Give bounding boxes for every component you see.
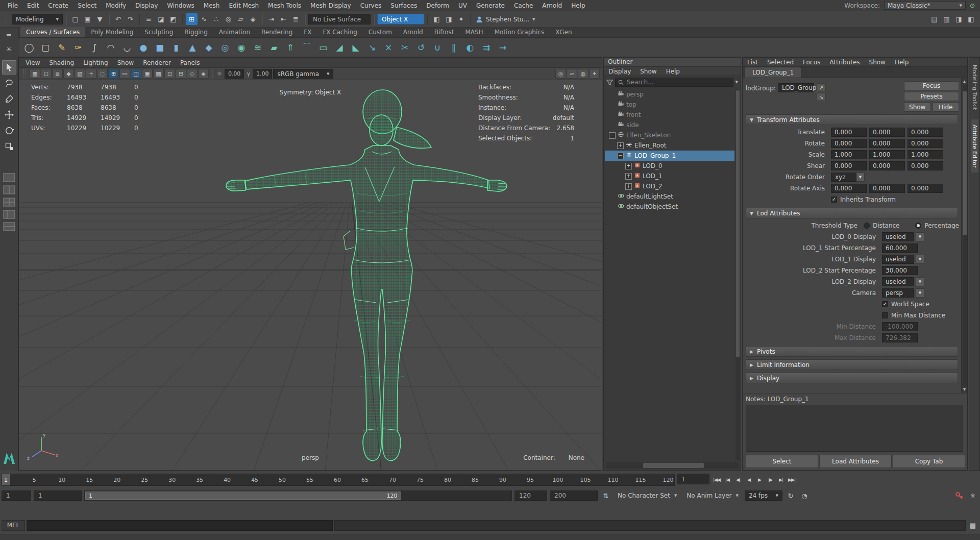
new-scene-icon[interactable]: ▢	[69, 13, 81, 25]
layout-single-pane[interactable]	[3, 173, 16, 183]
timeline-tick[interactable]: 110	[608, 474, 619, 485]
play-backwards-button[interactable]: ◀	[744, 474, 754, 485]
attribute-editor-menu-item[interactable]: Attributes	[825, 58, 864, 66]
menu-item[interactable]: Surfaces	[386, 1, 422, 11]
wireframe-on-shaded-icon[interactable]: ◍	[578, 69, 589, 79]
rotate-axis-x-field[interactable]: 0.000	[831, 184, 867, 193]
outliner-item[interactable]: LOD_0	[605, 161, 734, 171]
lodgroup-name-field[interactable]: LOD_Group_1	[778, 83, 814, 92]
attribute-y-field[interactable]: 0.000	[869, 139, 905, 148]
node-tab[interactable]: LOD_Group_1	[745, 67, 801, 78]
filter-icon[interactable]	[606, 79, 613, 86]
layout-two-panes-side-by-side[interactable]	[3, 185, 16, 195]
menu-item[interactable]: UV	[454, 1, 472, 11]
chevron-down-icon[interactable]: ▼	[916, 255, 924, 264]
attribute-section-header[interactable]: ▶ Display	[746, 373, 958, 383]
timeline-tick[interactable]: 15	[86, 474, 93, 485]
animation-preferences-icon[interactable]: ✳	[967, 490, 978, 501]
menu-item[interactable]: Create	[43, 1, 73, 11]
ipr-render-icon[interactable]: ◨	[443, 13, 455, 25]
outliner-title[interactable]: Outliner	[604, 58, 741, 67]
pencil-curve-tool-icon[interactable]: ✑	[70, 40, 86, 55]
attribute-x-field[interactable]: 0.000	[831, 161, 867, 170]
snap-to-point-icon[interactable]: ∴	[210, 13, 222, 25]
outliner-item[interactable]: LOD_Group_1	[605, 151, 734, 161]
oversampling-icon[interactable]: ◌	[97, 69, 108, 79]
shelf-tab[interactable]: Motion Graphics	[489, 27, 550, 37]
expand-toggle-icon[interactable]	[609, 91, 616, 98]
shelf-tab[interactable]: Bifrost	[429, 27, 460, 37]
playback-loop-icon[interactable]: ↻	[785, 490, 796, 501]
camera-attributes-icon[interactable]: ≣	[52, 69, 63, 79]
bezier-curve-tool-icon[interactable]: ∫	[87, 40, 102, 55]
gamma-field[interactable]: 1.00	[253, 69, 273, 79]
menu-item[interactable]: Generate	[472, 1, 509, 11]
shelf-tab[interactable]: Curves / Surfaces	[20, 27, 85, 37]
menu-item[interactable]: Edit Mesh	[224, 1, 263, 11]
menu-item[interactable]: Help	[567, 1, 590, 11]
gate-mask-icon[interactable]: ▣	[142, 69, 153, 79]
lasso-tool[interactable]	[2, 76, 16, 90]
make-live-icon[interactable]: ◈	[247, 13, 259, 25]
menu-item[interactable]: Mesh Display	[306, 1, 356, 11]
notes-textarea[interactable]	[746, 405, 963, 452]
outliner-vertical-scrollbar[interactable]	[736, 89, 740, 460]
section-transform-attributes[interactable]: ▼ Transform Attributes	[746, 114, 958, 125]
min-distance-field[interactable]: -100.000	[882, 322, 918, 331]
film-gate-icon[interactable]: ▭	[119, 69, 130, 79]
chevron-down-icon[interactable]: ▼	[916, 277, 924, 286]
timeline-tick[interactable]: 30	[168, 474, 176, 485]
footer-button[interactable]: Select	[746, 455, 818, 468]
select-by-object-icon[interactable]: ◪	[155, 13, 167, 25]
toggle-hypershade-icon[interactable]: ▥	[941, 13, 952, 25]
expand-toggle-icon[interactable]	[609, 132, 616, 139]
timeline-tick[interactable]: 5	[33, 474, 36, 485]
three-point-arc-icon[interactable]: ◠	[103, 40, 118, 55]
chevron-down-icon[interactable]: ▼	[916, 232, 924, 241]
loft-icon[interactable]: ≋	[250, 40, 265, 55]
shelf-tab[interactable]: Arnold	[398, 27, 429, 37]
world-space-checkbox[interactable]	[882, 301, 888, 307]
timeline-tick[interactable]: 115	[635, 474, 646, 485]
outliner-item[interactable]: Ellen_Root	[605, 140, 734, 151]
nurbs-cone-icon[interactable]: ▲	[185, 40, 200, 55]
pin-node-icon[interactable]: ↘	[817, 93, 826, 101]
playback-end-field[interactable]: 120	[514, 490, 547, 501]
outliner-item[interactable]: persp	[605, 89, 734, 100]
outliner-search-input[interactable]	[626, 78, 730, 86]
auto-keyframe-icon[interactable]	[953, 490, 965, 501]
script-editor-icon[interactable]: ▤	[967, 520, 978, 530]
bookmarks-icon[interactable]: ◆	[63, 69, 74, 79]
section-lod-attributes[interactable]: ▼ Lod Attributes	[746, 208, 958, 218]
workspace-lock-icon[interactable]: ⊙	[970, 2, 975, 9]
safe-title-icon[interactable]: ⊟	[176, 69, 186, 79]
attribute-z-field[interactable]: 0.000	[908, 161, 943, 170]
min-max-distance-checkbox[interactable]	[882, 312, 888, 318]
shelf-tab[interactable]: FX Caching	[317, 27, 362, 37]
playback-speed-icon[interactable]: ◔	[799, 490, 810, 501]
lighting-icon[interactable]: ✦	[589, 69, 600, 79]
undo-icon[interactable]: ↶	[112, 13, 124, 25]
extend-surfaces-icon[interactable]: →	[495, 40, 510, 55]
nurbs-sphere-icon[interactable]: ●	[136, 40, 151, 55]
output-connections-icon[interactable]: ⇤	[278, 13, 289, 25]
nurbs-square-icon[interactable]: ▢	[38, 40, 53, 55]
detach-surfaces-icon[interactable]: ∥	[446, 40, 461, 55]
shelf-options-icon[interactable]: ✳	[3, 43, 15, 55]
attribute-z-field[interactable]: 1.000	[908, 150, 943, 159]
step-forward-key-button[interactable]: |▶	[765, 474, 775, 485]
menu-item[interactable]: Edit	[22, 1, 43, 11]
birail-icon[interactable]: ⌒	[299, 40, 314, 55]
two-point-arc-icon[interactable]: ◡	[119, 40, 135, 55]
nurbs-cube-icon[interactable]: ■	[152, 40, 167, 55]
toggle-channel-box-icon[interactable]: ◧	[965, 13, 977, 25]
shelf-tab[interactable]: Rendering	[256, 27, 298, 37]
layout-persp-outliner[interactable]	[3, 209, 16, 219]
attribute-editor-menu-item[interactable]: Help	[890, 58, 913, 66]
attribute-value-field[interactable]: uselod	[882, 277, 914, 286]
timeline-tick[interactable]: 100	[553, 474, 564, 485]
symmetry-field[interactable]: Object X	[377, 14, 424, 24]
range-spinner-icon[interactable]: ⇅	[600, 490, 611, 501]
attribute-z-field[interactable]: 0.000	[908, 128, 943, 137]
timeline-tick[interactable]: 120	[663, 474, 674, 485]
